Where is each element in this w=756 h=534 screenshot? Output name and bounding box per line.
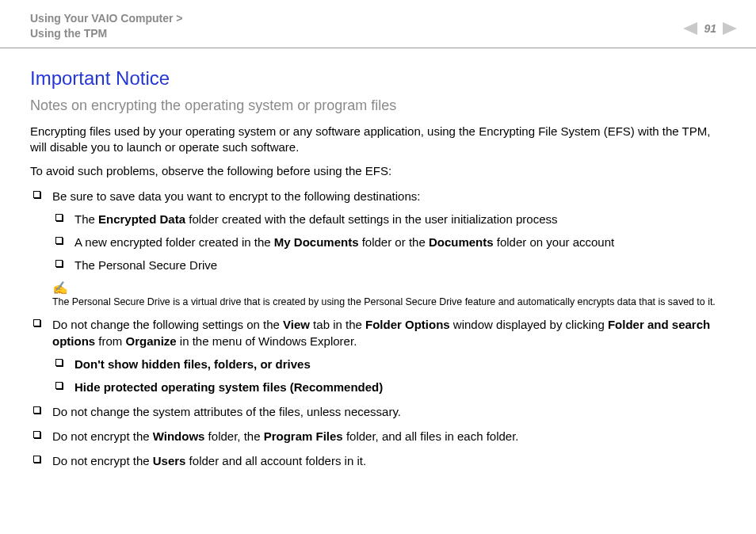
text: folder, the <box>204 429 263 443</box>
text: folder and all account folders in it. <box>185 454 366 467</box>
text: The Personal Secure Drive <box>74 258 217 272</box>
bullet-text: Be sure to save data you want to encrypt… <box>52 189 420 203</box>
bold: Hide protected operating system files (R… <box>74 380 383 394</box>
square-bullet-icon <box>55 237 63 244</box>
next-page-button[interactable] <box>723 22 737 35</box>
square-bullet-icon <box>55 260 63 267</box>
sub-bullet-protected-files: Hide protected operating system files (R… <box>52 379 726 395</box>
bold: View <box>283 318 310 331</box>
text: Do not change the system attributes of t… <box>52 405 401 418</box>
text: folder, and all files in each folder. <box>343 429 519 443</box>
text: A new encrypted folder created in the <box>74 235 274 249</box>
text: The <box>74 212 98 226</box>
bold: Organize <box>126 334 177 348</box>
breadcrumb-separator: > <box>176 12 182 25</box>
pager: 91 <box>683 11 737 35</box>
bold: My Documents <box>274 235 359 249</box>
bullet-windows-folder: Do not encrypt the Windows folder, the P… <box>30 428 726 444</box>
breadcrumb-top: Using Your VAIO Computer <box>30 12 173 25</box>
intro-paragraph-1: Encrypting files used by your operating … <box>30 124 726 156</box>
text: folder on your account <box>494 235 615 249</box>
page-title: Important Notice <box>30 67 726 90</box>
svg-marker-1 <box>723 22 737 35</box>
square-bullet-icon <box>55 214 63 221</box>
content-area: Important Notice Notes on encrypting the… <box>0 48 756 469</box>
page-subtitle: Notes on encrypting the operating system… <box>30 97 726 114</box>
note-text: The Personal Secure Drive is a virtual d… <box>52 296 726 308</box>
header-bar: Using Your VAIO Computer > Using the TPM… <box>0 0 756 48</box>
prev-page-button[interactable] <box>683 22 697 35</box>
bullet-users-folder: Do not encrypt the Users folder and all … <box>30 452 726 469</box>
square-bullet-icon <box>55 382 63 389</box>
text: Do not encrypt the <box>52 429 153 443</box>
sub-bullet-personal-secure-drive: The Personal Secure Drive <box>52 257 726 273</box>
sub-bullet-my-documents: A new encrypted folder created in the My… <box>52 234 726 250</box>
text: Do not change the following settings on … <box>52 318 283 331</box>
text: from <box>95 334 125 348</box>
breadcrumb: Using Your VAIO Computer > Using the TPM <box>30 11 183 41</box>
bullet-folder-options: Do not change the following settings on … <box>30 316 726 395</box>
bold: Program Files <box>264 429 343 443</box>
breadcrumb-bottom: Using the TPM <box>30 26 183 41</box>
bold: Don't show hidden files, folders, or dri… <box>74 357 311 371</box>
sub-bullet-hidden-files: Don't show hidden files, folders, or dri… <box>52 356 726 372</box>
svg-marker-0 <box>683 22 697 35</box>
bold: Encrypted Data <box>98 212 185 226</box>
note-pencil-icon: ✍ <box>52 280 726 297</box>
text: tab in the <box>310 318 365 331</box>
square-bullet-icon <box>33 406 40 414</box>
bold: Folder Options <box>365 318 450 331</box>
square-bullet-icon <box>55 359 63 366</box>
bold: Documents <box>429 235 494 249</box>
text: in the menu of Windows Explorer. <box>177 334 357 348</box>
text: Do not encrypt the <box>52 454 153 467</box>
bold: Users <box>153 454 186 467</box>
square-bullet-icon <box>33 319 40 326</box>
note-block: ✍ The Personal Secure Drive is a virtual… <box>52 280 726 309</box>
text: folder created with the default settings… <box>185 212 557 226</box>
text: folder or the <box>359 235 429 249</box>
square-bullet-icon <box>33 456 40 463</box>
bullet-save-destinations: Be sure to save data you want to encrypt… <box>30 188 726 309</box>
intro-paragraph-2: To avoid such problems, observe the foll… <box>30 163 726 179</box>
bold: Windows <box>153 429 205 443</box>
square-bullet-icon <box>33 191 40 198</box>
sub-bullet-encrypted-data: The Encrypted Data folder created with t… <box>52 211 726 227</box>
text: window displayed by clicking <box>450 318 608 331</box>
bullet-system-attributes: Do not change the system attributes of t… <box>30 403 726 420</box>
square-bullet-icon <box>33 431 40 438</box>
page-number: 91 <box>704 22 716 35</box>
